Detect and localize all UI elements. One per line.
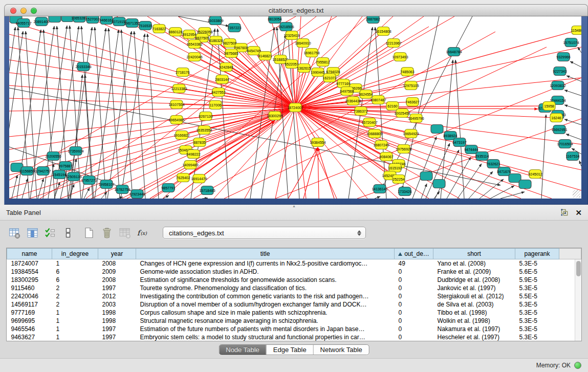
graph-edge[interactable]: [318, 147, 334, 199]
table-cell[interactable]: Tourette syndrome. Phenomenology and cla…: [136, 284, 395, 292]
table-cell[interactable]: 49: [395, 259, 433, 268]
table-cell[interactable]: 0: [395, 292, 433, 300]
network-view-window[interactable]: citations_edges.txt 14055717208914061065…: [4, 4, 588, 205]
table-cell[interactable]: 1: [52, 325, 98, 333]
table-cell[interactable]: 5.6E-5: [515, 268, 559, 276]
graph-edge[interactable]: [95, 27, 106, 199]
graph-edge[interactable]: [107, 31, 132, 199]
graph-node[interactable]: [49, 16, 61, 23]
table-cell[interactable]: Yano et al. (2008): [433, 259, 515, 268]
tab-edge-table[interactable]: Edge Table: [266, 345, 313, 355]
tab-network-table[interactable]: Network Table: [313, 345, 369, 355]
table-cell[interactable]: 1998: [98, 317, 136, 325]
graph-edge[interactable]: [375, 196, 380, 199]
table-cell[interactable]: de Silva et al. (2003): [433, 300, 515, 309]
table-cell[interactable]: 2: [52, 292, 98, 300]
table-cell[interactable]: 2008: [98, 276, 136, 284]
graph-edge[interactable]: [566, 134, 581, 140]
table-cell[interactable]: 5.3E-5: [515, 333, 559, 341]
column-header-out_de[interactable]: out_de…: [395, 249, 433, 259]
table-cell[interactable]: Jankovic et al. (1997): [433, 284, 515, 292]
graph-node[interactable]: [433, 180, 445, 188]
table-row[interactable]: 2242004622012Investigating the contribut…: [7, 292, 581, 300]
table-cell[interactable]: 5.3E-5: [515, 300, 559, 309]
graph-edge[interactable]: [173, 121, 275, 199]
table-cell[interactable]: 18300295: [7, 276, 52, 284]
table-cell[interactable]: 0: [395, 268, 433, 276]
table-cell[interactable]: Franke et al. (2009): [433, 268, 515, 276]
table-cell[interactable]: 1: [52, 333, 98, 341]
table-cell[interactable]: 6: [52, 276, 98, 284]
table-cell[interactable]: 2: [52, 284, 98, 292]
table-cell[interactable]: 18724007: [7, 259, 52, 268]
table-cell[interactable]: Genome-wide association studies in ADHD.: [136, 268, 395, 276]
column-header-in_degree[interactable]: in_degree: [52, 249, 98, 259]
table-cell[interactable]: Changes of HCN gene expression and I(f) …: [136, 259, 395, 268]
graph-edge[interactable]: [564, 90, 581, 96]
table-row[interactable]: 1938455462009Genome-wide association stu…: [7, 268, 581, 276]
graph-edge[interactable]: [9, 27, 15, 199]
table-cell[interactable]: Stergiakouli et al. (2012): [433, 292, 515, 300]
table-cell[interactable]: 9463627: [7, 333, 52, 341]
column-header-year[interactable]: year: [98, 249, 136, 259]
graph-edge[interactable]: [95, 30, 119, 199]
table-cell[interactable]: 6: [52, 268, 98, 276]
table-cell[interactable]: 0: [395, 300, 433, 309]
table-row[interactable]: 969969511998Structural magnetic resonanc…: [7, 317, 581, 325]
table-cell[interactable]: 14569117: [7, 300, 52, 309]
table-cell[interactable]: 5.3E-5: [515, 325, 559, 333]
graph-edge[interactable]: [579, 161, 581, 166]
minimize-window-button[interactable]: [20, 8, 27, 14]
table-cell[interactable]: 0: [395, 276, 433, 284]
table-cell[interactable]: 5.3E-5: [515, 309, 559, 317]
panel-resize-handle[interactable]: ▴: [293, 204, 295, 208]
table-cell[interactable]: 1998: [98, 309, 136, 317]
graph-edge[interactable]: [179, 89, 295, 107]
table-cell[interactable]: 2003: [98, 300, 136, 309]
table-cell[interactable]: 1997: [98, 284, 136, 292]
resize-grip[interactable]: [573, 190, 580, 198]
graph-edge[interactable]: [54, 182, 60, 199]
graph-node[interactable]: [420, 172, 432, 181]
graph-node[interactable]: [519, 180, 531, 189]
table-cell[interactable]: 19384554: [7, 268, 52, 276]
table-cell[interactable]: Embryonic stem cells: a model to study s…: [136, 333, 395, 341]
table-cell[interactable]: 5.9E-5: [515, 276, 559, 284]
graph-edge[interactable]: [295, 107, 490, 199]
table-cell[interactable]: 2: [52, 300, 98, 309]
graph-edge[interactable]: [147, 34, 159, 199]
graph-node[interactable]: [431, 125, 443, 134]
column-header-short[interactable]: short: [433, 249, 515, 259]
column-header-pagerank[interactable]: pagerank: [515, 249, 559, 259]
table-cell[interactable]: 2012: [98, 292, 136, 300]
table-row[interactable]: 1830029562008Estimation of significance …: [7, 276, 581, 284]
table-cell[interactable]: 1997: [98, 333, 136, 341]
close-window-button[interactable]: [10, 8, 16, 14]
table-cell[interactable]: Wolkin et al. (1998): [433, 317, 515, 325]
graph-edge[interactable]: [570, 61, 581, 67]
graph-edge[interactable]: [22, 179, 28, 199]
tab-node-table[interactable]: Node Table: [219, 345, 266, 355]
graph-edge[interactable]: [541, 115, 546, 199]
table-cell[interactable]: 9699695: [7, 317, 52, 325]
table-cell[interactable]: 9465546: [7, 325, 52, 333]
graph-edge[interactable]: [564, 105, 581, 111]
table-cell[interactable]: Estimation of significance thresholds fo…: [136, 276, 395, 284]
graph-edge[interactable]: [193, 32, 495, 199]
table-cell[interactable]: 5.5E-5: [515, 292, 559, 300]
network-canvas[interactable]: 1405571720891406106532871527002946616110…: [9, 16, 581, 199]
table-cell[interactable]: 0: [395, 333, 433, 341]
table-cell[interactable]: 1: [52, 317, 98, 325]
graph-edge[interactable]: [578, 47, 581, 53]
table-cell[interactable]: Estimation of the future numbers of pati…: [136, 325, 395, 333]
graph-edge[interactable]: [303, 147, 318, 199]
graph-edge[interactable]: [9, 107, 295, 175]
graph-edge[interactable]: [500, 192, 525, 199]
table-cell[interactable]: 9115460: [7, 284, 52, 292]
table-cell[interactable]: 2009: [98, 268, 136, 276]
column-header-name[interactable]: name: [7, 249, 52, 259]
graph-edge[interactable]: [469, 171, 493, 199]
table-cell[interactable]: 22420046: [7, 292, 52, 300]
graph-edge[interactable]: [84, 188, 90, 199]
new-table-icon[interactable]: [83, 227, 95, 239]
